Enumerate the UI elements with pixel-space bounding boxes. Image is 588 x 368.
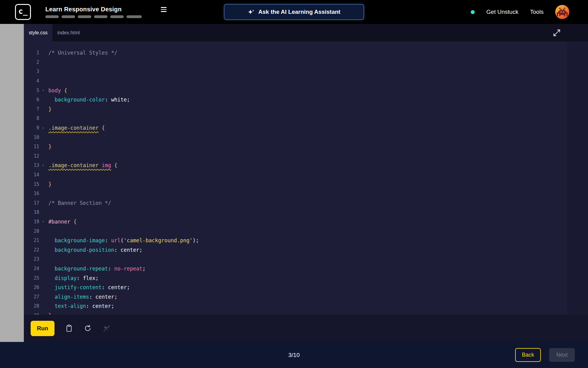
line-number: 17 [24,200,39,206]
code-line-content: .image-container img { [47,162,117,168]
menu-icon[interactable] [161,7,167,12]
code-line-content: background-repeat: no-repeat; [47,266,145,272]
line-number: 13 [24,163,39,168]
code-line[interactable]: 16 [24,189,567,198]
course-progress [45,15,142,18]
fold-arrow-icon[interactable]: ▾ [39,88,47,92]
line-number: 19 [24,219,39,224]
sparkle-icon [248,9,254,15]
line-number: 9 [24,125,39,131]
code-line-content: background-image: url('camel-background.… [47,237,199,243]
progress-segment [126,15,142,18]
code-line[interactable]: 1/* Universal Styles */ [24,48,567,58]
header-right-nav: Get Unstuck Tools [471,0,569,24]
code-line-content: display: flex; [47,275,99,281]
code-line[interactable]: 29} [24,311,567,315]
code-line[interactable]: 26 justify-content: center; [24,283,567,292]
fold-arrow-icon[interactable]: ▾ [39,163,47,167]
code-area[interactable]: 1/* Universal Styles */2345▾body {6 back… [24,41,567,315]
line-number: 21 [24,238,39,243]
code-line[interactable]: 8 [24,114,567,123]
code-line[interactable]: 6 background-color: white; [24,95,567,105]
line-number: 12 [24,153,39,159]
avatar-pixel-art [557,8,558,9]
line-number: 20 [24,228,39,234]
tab-style.css[interactable]: style.css [24,24,52,41]
line-number: 3 [24,69,39,74]
expand-editor-button[interactable] [553,29,560,36]
code-line[interactable]: 4 [24,76,567,86]
code-line[interactable]: 19▾#banner { [24,217,567,227]
line-number: 23 [24,256,39,262]
line-number: 14 [24,172,39,178]
code-line[interactable]: 14 [24,170,567,180]
line-number: 22 [24,247,39,253]
line-number: 6 [24,97,39,102]
code-editor-panel: style.cssindex.html 1/* Universal Styles… [24,24,588,342]
ai-assistant-label: Ask the AI Learning Assistant [258,9,341,15]
line-number: 8 [24,116,39,121]
progress-segment [94,15,107,18]
magic-format-icon [102,324,111,332]
code-line[interactable]: 20 [24,226,567,236]
code-line-content: justify-content: center; [47,284,130,290]
line-number: 16 [24,191,39,196]
fold-arrow-icon[interactable]: ▾ [39,220,47,224]
logo-text: c_ [18,7,28,16]
code-line[interactable]: 24 background-repeat: no-repeat; [24,264,567,274]
code-editor-surface: 1/* Universal Styles */2345▾body {6 back… [24,41,588,315]
line-number: 15 [24,182,39,187]
ai-assistant-button[interactable]: Ask the AI Learning Assistant [224,4,364,20]
code-line-content: .image-container { [47,125,105,131]
line-number: 1 [24,50,39,56]
code-line[interactable]: 17/* Banner Section */ [24,198,567,208]
reset-icon [84,324,92,332]
line-number: 27 [24,294,39,300]
lesson-nav-bar: 3/10 Back Next [0,342,588,368]
line-number: 11 [24,144,39,149]
editor-tabs: style.cssindex.html [24,24,588,41]
code-line-content: } [47,312,51,315]
reset-code-button[interactable] [84,324,92,332]
tab-index.html[interactable]: index.html [52,24,85,41]
code-line[interactable]: 21 background-image: url('camel-backgrou… [24,236,567,245]
code-line[interactable]: 28 text-align: center; [24,301,567,311]
code-line-content: } [47,144,51,150]
code-line-content: /* Banner Section */ [47,200,111,206]
code-line[interactable]: 7} [24,105,567,114]
fold-arrow-icon[interactable]: ▾ [39,126,47,130]
code-line[interactable]: 3 [24,67,567,76]
code-line[interactable]: 23 [24,255,567,264]
code-line[interactable]: 2 [24,58,567,67]
editor-toolbar: Run [24,315,588,342]
back-button[interactable]: Back [515,348,541,362]
tools-link[interactable]: Tools [530,9,544,15]
line-number: 26 [24,285,39,290]
top-header: c_ Learn Responsive Design Ask the AI Le… [0,0,588,24]
get-unstuck-link[interactable]: Get Unstuck [486,9,518,15]
lesson-progress: 3/10 [288,352,300,358]
code-line[interactable]: 5▾body { [24,86,567,95]
course-title-block: Learn Responsive Design [45,6,142,18]
code-line[interactable]: 12 [24,151,567,161]
user-avatar[interactable] [555,5,569,19]
line-number: 28 [24,303,39,309]
code-line[interactable]: 15} [24,179,567,189]
code-line[interactable]: 18 [24,208,567,217]
code-line[interactable]: 25 display: flex; [24,273,567,283]
code-line[interactable]: 13▾.image-container img { [24,161,567,170]
code-line[interactable]: 10 [24,132,567,142]
code-line[interactable]: 9▾.image-container { [24,123,567,133]
copy-code-button[interactable] [65,324,73,332]
code-line-content: } [47,181,51,187]
code-line[interactable]: 11} [24,142,567,151]
code-line-content: /* Universal Styles */ [47,50,117,56]
code-line[interactable]: 27 align-items: center; [24,292,567,301]
run-button[interactable]: Run [31,321,55,336]
collapsed-instructions-panel[interactable] [0,24,24,342]
code-line[interactable]: 22 background-position: center; [24,245,567,255]
course-title: Learn Responsive Design [45,6,142,13]
next-button[interactable]: Next [549,348,575,362]
codecademy-logo[interactable]: c_ [15,4,31,20]
line-number: 18 [24,209,39,215]
